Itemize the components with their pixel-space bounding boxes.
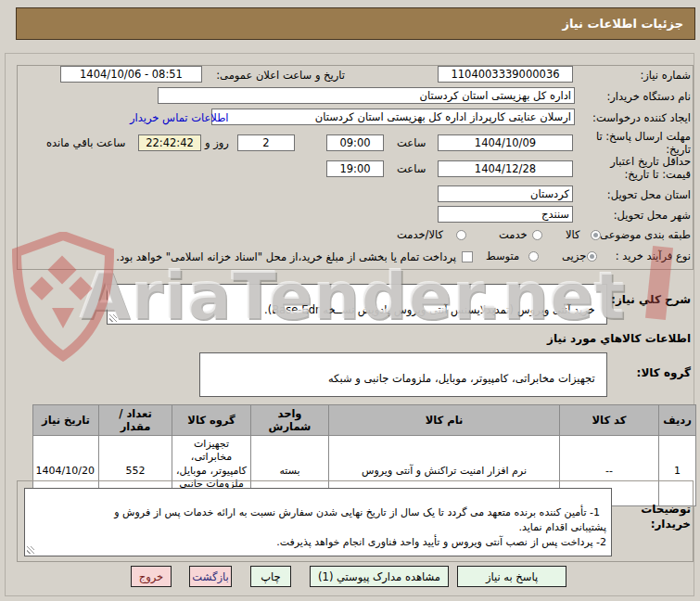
back-button[interactable]: بازگشت	[189, 566, 232, 587]
buyer-notes-text: 1- تأمین کننده برنده متعهد می گردد تا یک…	[114, 506, 606, 548]
goods-table-header-row: ردیف کد کالا نام کالا واحد شمارش گروه کا…	[33, 405, 696, 436]
remaining-days-label: روز و	[205, 136, 229, 149]
delivery-city-label: شهر محل تحویل:	[614, 209, 691, 222]
need-details-page: { "watermark": { "text": "AriaTender.net…	[0, 0, 700, 601]
purchase-type-radio-minor[interactable]	[587, 251, 597, 262]
print-button[interactable]: چاپ	[250, 566, 291, 587]
goods-group-label: گروه کالا:	[637, 366, 691, 379]
reply-deadline-time-field[interactable]: 09:00	[326, 134, 384, 151]
resize-grip-icon[interactable]	[27, 546, 34, 554]
col-unit: واحد شمارش	[251, 405, 329, 436]
treasury-docs-checkbox[interactable]	[462, 251, 473, 262]
remaining-time-field: 22:42:42	[138, 134, 201, 151]
reply-deadline-time-label: ساعت	[397, 136, 426, 149]
purchase-type-option-medium: متوسط	[486, 249, 519, 262]
buyer-notes-label: توضیحات خریدار:	[626, 503, 691, 531]
subject-class-radio-service[interactable]	[532, 230, 542, 240]
subject-class-label: طبقه بندی موضوعی:	[596, 228, 691, 241]
page-title-bar: جزئیات اطلاعات نیاز	[16, 7, 695, 40]
price-validity-label: حداقل تاریخ اعتبار قیمت: تا تاریخ:	[587, 155, 691, 182]
price-validity-time-label: ساعت	[397, 162, 426, 175]
purchase-type-label: نوع فرآیند خرید :	[616, 249, 691, 262]
need-number-field[interactable]: 1104003339000036	[438, 66, 573, 83]
buyer-org-field[interactable]: اداره کل بهزیستی استان کردستان	[158, 87, 575, 104]
col-quantity: تعداد / مقدار	[99, 405, 172, 436]
purchase-type-radio-medium[interactable]	[528, 251, 539, 262]
goods-group-textarea[interactable]: تجهیزات مخابراتی، کامپیوتر، موبایل، ملزو…	[199, 352, 607, 397]
subject-class-radio-goods-service[interactable]	[456, 230, 466, 240]
col-item-name: نام کالا	[329, 405, 560, 436]
general-desc-label: شرح کلي نیاز:	[611, 293, 691, 306]
announce-datetime-label: تاریخ و ساعت اعلان عمومی:	[216, 69, 345, 82]
general-desc-text: خرید آنتی ویروس (تمدیدلایسنس آنتی ویروس …	[264, 303, 595, 316]
goods-section-header: اطلاعات کالاهاي مورد نیاز	[547, 332, 691, 345]
treasury-docs-label: پرداخت تمام یا بخشی از مبلغ خرید،از محل …	[48, 250, 456, 263]
delivery-province-label: استان محل تحویل:	[607, 188, 691, 201]
purchase-type-option-minor: جزیی	[562, 249, 586, 262]
buyer-contact-link[interactable]: اطلاعات تماس خریدار	[130, 111, 229, 124]
general-desc-textarea[interactable]: خرید آنتی ویروس (تمدیدلایسنس آنتی ویروس …	[107, 284, 607, 325]
buyer-org-label: نام دستگاه خریدار:	[606, 90, 691, 103]
col-need-date: تاریخ نیاز	[33, 405, 99, 436]
request-creator-field[interactable]: ارسلان عنایتی کارپرداز اداره کل بهزیستی …	[211, 109, 575, 125]
announce-datetime-field[interactable]: 1404/10/06 - 08:51	[60, 66, 202, 83]
subject-class-radio-goods[interactable]	[591, 230, 601, 240]
resize-grip-icon[interactable]	[109, 314, 117, 322]
remaining-days-field: 2	[237, 134, 295, 151]
price-validity-time-field[interactable]: 19:00	[326, 160, 384, 177]
subject-class-option-service: خدمت	[499, 228, 528, 241]
respond-to-need-button[interactable]: پاسخ به نیاز	[457, 566, 566, 587]
col-group: گروه کالا	[172, 405, 251, 436]
request-creator-label: ایجاد کننده درخواست:	[592, 111, 691, 124]
goods-group-text: تجهیزات مخابراتی، کامپیوتر، موبایل، ملزو…	[328, 372, 595, 385]
exit-button[interactable]: خروج	[131, 566, 172, 587]
page-title: جزئیات اطلاعات نیاز	[562, 17, 683, 31]
delivery-province-field[interactable]: کردستان	[438, 185, 573, 202]
col-item-code: کد کالا	[560, 405, 659, 436]
view-attachments-button[interactable]: مشاهده مدارک پیوستي (1)	[310, 566, 449, 587]
delivery-city-field[interactable]: سنندج	[438, 206, 573, 223]
price-validity-date-field[interactable]: 1404/12/28	[438, 160, 573, 177]
subject-class-option-goods-service: کالا/خدمت	[397, 228, 443, 241]
col-row-number: ردیف	[659, 405, 696, 436]
remaining-suffix-label: ساعت باقي مانده	[46, 136, 125, 149]
buyer-notes-textarea[interactable]: 1- تأمین کننده برنده متعهد می گردد تا یک…	[24, 488, 612, 556]
reply-deadline-date-field[interactable]: 1404/10/09	[438, 134, 573, 151]
reply-deadline-label: مهلت ارسال پاسخ: تا تاریخ:	[587, 130, 691, 157]
need-number-label: شماره نیاز:	[640, 69, 691, 82]
subject-class-option-goods: کالا	[566, 228, 580, 241]
